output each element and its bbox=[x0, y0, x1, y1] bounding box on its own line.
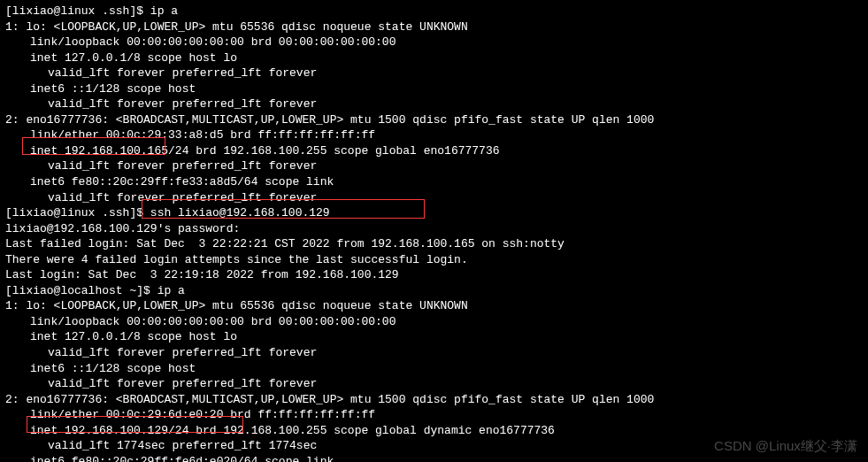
output-line: valid_lft forever preferred_lft forever bbox=[5, 158, 863, 174]
output-line: inet6 fe80::20c:29ff:fe6d:e020/64 scope … bbox=[5, 454, 863, 462]
command: ip a bbox=[150, 4, 178, 18]
output-line: valid_lft forever preferred_lft forever bbox=[5, 376, 863, 392]
output-line: valid_lft forever preferred_lft forever bbox=[5, 190, 863, 206]
output-line: 2: eno16777736: <BROADCAST,MULTICAST,UP,… bbox=[5, 112, 863, 128]
output-line: inet 127.0.0.1/8 scope host lo bbox=[5, 329, 863, 345]
command: ssh lixiao@192.168.100.129 bbox=[150, 206, 330, 219]
output-line: There were 4 failed login attempts since… bbox=[5, 252, 863, 268]
output-line: 1: lo: <LOOPBACK,UP,LOWER_UP> mtu 65536 … bbox=[5, 298, 863, 314]
terminal-line: [lixiao@linux .ssh]$ ssh lixiao@192.168.… bbox=[5, 205, 863, 221]
output-line: Last login: Sat Dec 3 22:19:18 2022 from… bbox=[5, 267, 863, 283]
output-line: Last failed login: Sat Dec 3 22:22:21 CS… bbox=[5, 236, 863, 252]
output-line: inet6 ::1/128 scope host bbox=[5, 81, 863, 97]
output-line: valid_lft forever preferred_lft forever bbox=[5, 96, 863, 112]
output-line: link/loopback 00:00:00:00:00:00 brd 00:0… bbox=[5, 314, 863, 330]
command: ip a bbox=[157, 284, 185, 297]
output-line: link/ether 00:0c:29:6d:e0:20 brd ff:ff:f… bbox=[5, 407, 863, 423]
output-line: inet 127.0.0.1/8 scope host lo bbox=[5, 50, 863, 66]
output-line: link/ether 00:0c:29:33:a8:d5 brd ff:ff:f… bbox=[5, 127, 863, 143]
output-line: inet6 ::1/128 scope host bbox=[5, 361, 863, 377]
prompt: [lixiao@linux .ssh]$ bbox=[5, 206, 150, 219]
output-line: 2: eno16777736: <BROADCAST,MULTICAST,UP,… bbox=[5, 392, 863, 408]
output-line: inet6 fe80::20c:29ff:fe33:a8d5/64 scope … bbox=[5, 174, 863, 190]
output-line: 1: lo: <LOOPBACK,UP,LOWER_UP> mtu 65536 … bbox=[5, 19, 863, 35]
prompt: [lixiao@linux .ssh]$ bbox=[5, 4, 150, 18]
output-line: inet 192.168.100.165/24 brd 192.168.100.… bbox=[5, 143, 863, 159]
output-line: inet 192.168.100.129/24 brd 192.168.100.… bbox=[5, 423, 863, 439]
terminal-line: [lixiao@linux .ssh]$ ip a bbox=[5, 4, 863, 19]
output-line: valid_lft forever preferred_lft forever bbox=[5, 65, 863, 81]
prompt: [lixiao@localhost ~]$ bbox=[5, 284, 157, 297]
output-line: valid_lft forever preferred_lft forever bbox=[5, 345, 863, 361]
output-line: valid_lft 1774sec preferred_lft 1774sec bbox=[5, 438, 863, 454]
output-line: link/loopback 00:00:00:00:00:00 brd 00:0… bbox=[5, 35, 863, 50]
output-line: lixiao@192.168.100.129's password: bbox=[5, 221, 863, 237]
terminal-line: [lixiao@localhost ~]$ ip a bbox=[5, 283, 863, 299]
